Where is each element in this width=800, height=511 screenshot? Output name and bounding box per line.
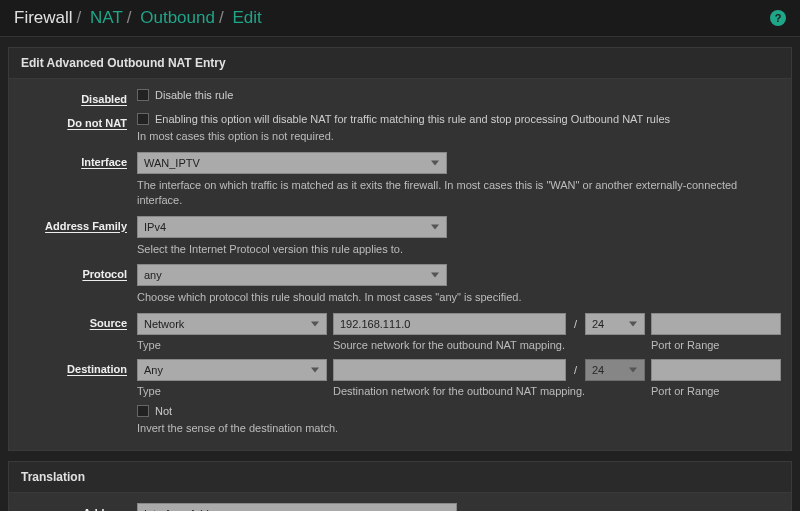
label-protocol: Protocol — [19, 264, 137, 280]
label-trans-address: Address — [19, 503, 137, 511]
label-address-family: Address Family — [19, 216, 137, 232]
help-not: Invert the sense of the destination matc… — [137, 421, 781, 436]
label-disabled: Disabled — [19, 89, 137, 105]
help-interface: The interface on which traffic is matche… — [137, 178, 781, 208]
panel-title: Edit Advanced Outbound NAT Entry — [9, 48, 791, 79]
select-source-mask[interactable]: 24 — [585, 313, 645, 335]
help-icon[interactable]: ? — [770, 10, 786, 26]
sub-source-net: Source network for the outbound NAT mapp… — [333, 339, 645, 351]
input-source-port[interactable] — [651, 313, 781, 335]
help-protocol: Choose which protocol this rule should m… — [137, 290, 781, 305]
crumb-nat[interactable]: NAT — [90, 8, 123, 27]
slash-icon: / — [570, 318, 581, 330]
checkbox-donotnat[interactable] — [137, 113, 149, 125]
sub-source-port: Port or Range — [651, 339, 781, 351]
label-interface: Interface — [19, 152, 137, 168]
checkbox-not-text: Not — [155, 405, 172, 417]
breadcrumb: Firewall/ NAT/ Outbound/ Edit — [14, 8, 262, 28]
help-address-family: Select the Internet Protocol version thi… — [137, 242, 781, 257]
sub-dest-port: Port or Range — [651, 385, 781, 397]
select-trans-address[interactable]: Interface Address — [137, 503, 457, 511]
crumb-edit[interactable]: Edit — [232, 8, 261, 27]
sub-dest-type: Type — [137, 385, 327, 397]
label-donotnat: Do not NAT — [19, 113, 137, 129]
select-dest-type[interactable]: Any — [137, 359, 327, 381]
checkbox-not[interactable] — [137, 405, 149, 417]
select-interface[interactable]: WAN_IPTV — [137, 152, 447, 174]
page-header: Firewall/ NAT/ Outbound/ Edit ? — [0, 0, 800, 37]
input-dest-port[interactable] — [651, 359, 781, 381]
slash-icon: / — [570, 364, 581, 376]
help-donotnat: In most cases this option is not require… — [137, 129, 781, 144]
select-protocol[interactable]: any — [137, 264, 447, 286]
panel-edit-nat: Edit Advanced Outbound NAT Entry Disable… — [8, 47, 792, 451]
crumb-outbound[interactable]: Outbound — [140, 8, 215, 27]
panel-translation: Translation Address Interface Address Co… — [8, 461, 792, 511]
select-dest-mask[interactable]: 24 — [585, 359, 645, 381]
label-source: Source — [19, 313, 137, 329]
input-dest-network[interactable] — [333, 359, 566, 381]
checkbox-disabled-text: Disable this rule — [155, 89, 233, 101]
select-address-family[interactable]: IPv4 — [137, 216, 447, 238]
select-source-type[interactable]: Network — [137, 313, 327, 335]
checkbox-disabled[interactable] — [137, 89, 149, 101]
sub-dest-net: Destination network for the outbound NAT… — [333, 385, 645, 397]
input-source-network[interactable] — [333, 313, 566, 335]
label-destination: Destination — [19, 359, 137, 375]
checkbox-donotnat-text: Enabling this option will disable NAT fo… — [155, 113, 670, 125]
crumb-firewall[interactable]: Firewall — [14, 8, 73, 27]
sub-source-type: Type — [137, 339, 327, 351]
panel-title-translation: Translation — [9, 462, 791, 493]
